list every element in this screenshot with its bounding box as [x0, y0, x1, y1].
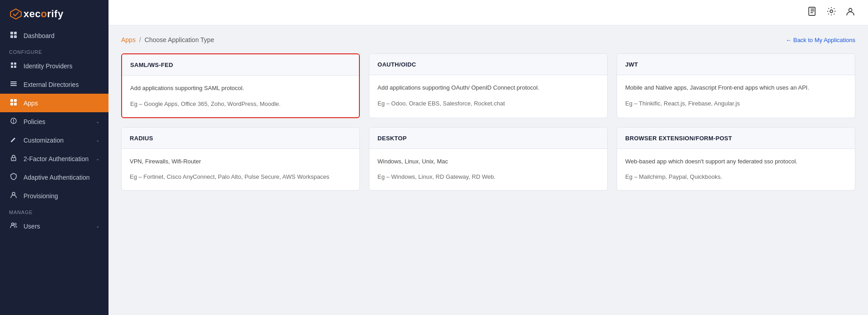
card-desktop-body: Windows, Linux, Unix, Mac Eg – Windows, …	[369, 149, 607, 191]
card-browser-ext-header: BROWSER EXTENSION/FORM-POST	[617, 128, 855, 149]
sidebar-item-adaptive-auth[interactable]: Adaptive Authentication	[0, 168, 108, 186]
svg-rect-6	[11, 66, 13, 68]
svg-rect-1	[14, 32, 17, 34]
card-saml-description: Add applications supporting SAML protoco…	[130, 84, 351, 93]
top-bar-icons	[807, 6, 855, 19]
breadcrumb-separator: /	[139, 36, 141, 43]
sidebar-item-provisioning[interactable]: Provisioning	[0, 186, 108, 205]
svg-rect-4	[11, 62, 13, 65]
adaptive-auth-icon	[9, 173, 18, 181]
svg-point-20	[14, 223, 16, 225]
card-oauth-examples: Eg – Odoo, Oracle EBS, Salesforce, Rocke…	[377, 99, 599, 109]
card-desktop-title: DESKTOP	[377, 135, 407, 142]
sidebar-item-identity-providers[interactable]: Identity Providers	[0, 57, 108, 75]
dashboard-icon	[9, 31, 18, 40]
provisioning-icon	[9, 191, 18, 200]
book-icon[interactable]	[807, 6, 817, 19]
card-browser-ext-body: Web-based app which doesn't support any …	[617, 149, 855, 191]
card-radius[interactable]: RADIUS VPN, Firewalls, Wifi-Router Eg – …	[121, 127, 360, 191]
card-radius-description: VPN, Firewalls, Wifi-Router	[130, 157, 351, 167]
sidebar-item-users-label: Users	[24, 223, 40, 230]
sidebar-item-identity-providers-label: Identity Providers	[24, 62, 72, 70]
main-content: Apps / Choose Application Type ← Back to…	[108, 0, 868, 315]
card-desktop-description: Windows, Linux, Unix, Mac	[377, 157, 599, 167]
back-to-apps-link[interactable]: ← Back to My Applications	[786, 37, 855, 43]
user-profile-icon[interactable]	[845, 6, 855, 19]
identity-providers-icon	[9, 62, 18, 70]
gear-icon[interactable]	[826, 6, 836, 19]
card-browser-ext-examples: Eg – Mailchimp, Paypal, Quickbooks.	[625, 172, 847, 182]
card-desktop-header: DESKTOP	[369, 128, 607, 149]
card-saml-examples: Eg – Google Apps, Office 365, Zoho, Word…	[130, 100, 351, 109]
breadcrumb-current-page: Choose Application Type	[145, 36, 214, 43]
sidebar-item-dashboard-label: Dashboard	[24, 32, 55, 39]
app-type-cards-grid: SAML/WS-FED Add applications supporting …	[121, 53, 855, 191]
card-radius-examples: Eg – Fortinet, Cisco AnyConnect, Palo Al…	[130, 172, 351, 182]
sidebar: xecorify Dashboard Configure Identity Pr…	[0, 0, 108, 315]
svg-rect-7	[14, 66, 16, 68]
external-directories-icon	[9, 80, 18, 89]
sidebar-item-external-directories-label: External Directories	[24, 81, 79, 88]
svg-point-22	[830, 10, 833, 13]
sidebar-item-customization[interactable]: Customization ⌄	[0, 131, 108, 149]
card-jwt-header: JWT	[617, 54, 855, 75]
apps-icon	[9, 99, 18, 107]
policies-chevron-icon: ⌄	[96, 119, 99, 124]
svg-rect-2	[10, 35, 13, 38]
svg-rect-3	[14, 35, 17, 38]
svg-rect-12	[14, 99, 17, 102]
card-saml[interactable]: SAML/WS-FED Add applications supporting …	[121, 53, 360, 118]
users-icon	[9, 222, 18, 230]
svg-rect-10	[10, 85, 17, 86]
card-oauth-description: Add applications supporting OAuth/ OpenI…	[377, 83, 599, 93]
svg-rect-0	[10, 32, 13, 34]
card-jwt-examples: Eg – Thinkific, React.js, Firebase, Angu…	[625, 99, 847, 109]
svg-rect-9	[10, 83, 17, 84]
logo: xecorify	[0, 0, 108, 26]
svg-rect-14	[14, 103, 17, 105]
card-browser-ext-description: Web-based app which doesn't support any …	[625, 157, 847, 167]
card-radius-header: RADIUS	[122, 128, 359, 149]
policies-icon	[9, 117, 18, 126]
sidebar-item-apps-label: Apps	[24, 100, 38, 107]
card-desktop[interactable]: DESKTOP Windows, Linux, Unix, Mac Eg – W…	[369, 127, 608, 191]
sidebar-item-users[interactable]: Users ⌄	[0, 217, 108, 235]
sidebar-item-policies[interactable]: Policies ⌄	[0, 112, 108, 131]
configure-section-label: Configure	[0, 45, 108, 57]
sidebar-item-apps[interactable]: Apps	[0, 94, 108, 112]
svg-rect-5	[14, 62, 16, 65]
card-jwt-body: Mobile and Native apps, Javascript Front…	[617, 75, 855, 117]
users-chevron-icon: ⌄	[96, 224, 99, 229]
2fa-chevron-icon: ⌄	[96, 156, 99, 161]
svg-rect-11	[10, 99, 13, 102]
svg-point-23	[849, 9, 852, 12]
card-radius-body: VPN, Firewalls, Wifi-Router Eg – Fortine…	[122, 149, 359, 191]
sidebar-item-provisioning-label: Provisioning	[24, 192, 58, 200]
customization-icon	[9, 136, 18, 144]
svg-rect-21	[809, 7, 815, 15]
sidebar-item-dashboard[interactable]: Dashboard	[0, 26, 108, 45]
card-saml-header: SAML/WS-FED	[122, 54, 359, 76]
manage-section-label: Manage	[0, 205, 108, 217]
breadcrumb-apps-link[interactable]: Apps	[121, 36, 136, 43]
svg-rect-8	[10, 81, 17, 82]
card-saml-body: Add applications supporting SAML protoco…	[122, 76, 359, 117]
sidebar-item-2fa[interactable]: 2-Factor Authentication ⌄	[0, 149, 108, 168]
card-oauth-title: OAUTH/OIDC	[377, 61, 416, 68]
sidebar-item-external-directories[interactable]: External Directories	[0, 75, 108, 94]
top-bar	[108, 0, 868, 25]
card-browser-ext[interactable]: BROWSER EXTENSION/FORM-POST Web-based ap…	[617, 127, 855, 191]
card-radius-title: RADIUS	[130, 135, 153, 142]
sidebar-item-customization-label: Customization	[24, 137, 64, 144]
logo-text: xecorify	[24, 8, 63, 20]
card-saml-title: SAML/WS-FED	[130, 62, 173, 68]
breadcrumb: Apps / Choose Application Type ← Back to…	[121, 36, 855, 43]
card-oauth[interactable]: OAUTH/OIDC Add applications supporting O…	[369, 53, 608, 118]
card-desktop-examples: Eg – Windows, Linux, RD Gateway, RD Web.	[377, 172, 599, 182]
card-jwt[interactable]: JWT Mobile and Native apps, Javascript F…	[617, 53, 855, 118]
svg-point-19	[12, 223, 14, 225]
card-jwt-description: Mobile and Native apps, Javascript Front…	[625, 83, 847, 93]
card-jwt-title: JWT	[625, 61, 638, 68]
svg-point-17	[13, 159, 14, 160]
sidebar-item-adaptive-auth-label: Adaptive Authentication	[24, 174, 90, 181]
